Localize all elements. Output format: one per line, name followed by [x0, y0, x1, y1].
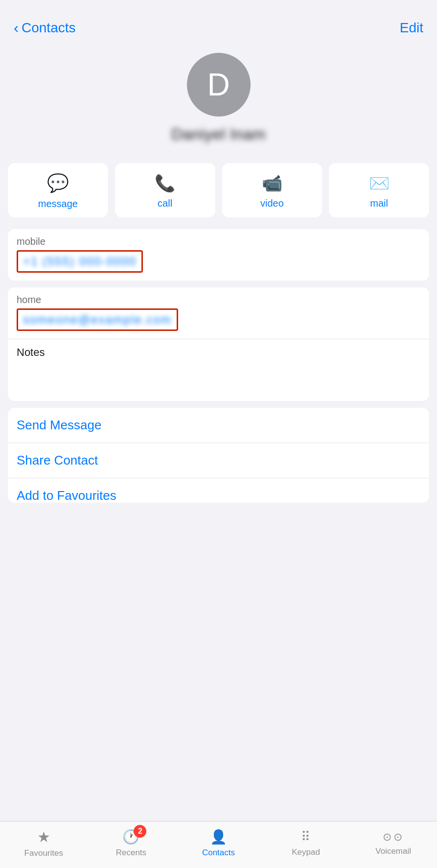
edit-button[interactable]: Edit [400, 20, 423, 36]
home-label: home [17, 294, 420, 305]
tab-keypad[interactable]: ⠿ Keypad [281, 829, 330, 857]
contact-name: Daniyel Inam [171, 125, 266, 143]
favourites-label: Favourites [24, 848, 63, 858]
add-to-favourites-button[interactable]: Add to Favourites [8, 478, 429, 503]
share-contact-button[interactable]: Share Contact [8, 443, 429, 478]
action-buttons-row: 💬 message 📞 call 📹 video ✉️ mail [0, 153, 437, 229]
call-label: call [158, 198, 172, 209]
avatar-section: D Daniyel Inam [0, 41, 437, 153]
message-icon: 💬 [47, 173, 69, 193]
mobile-label: mobile [17, 236, 420, 247]
tab-contacts[interactable]: 👤 Contacts [194, 829, 243, 858]
call-icon: 📞 [155, 173, 175, 193]
mobile-value: +1 (555) 000-0000 [23, 255, 137, 268]
send-message-button[interactable]: Send Message [8, 408, 429, 443]
voicemail-icon: ⊙⊙ [383, 831, 404, 844]
contacts-label: Contacts [202, 848, 235, 858]
mail-label: mail [370, 198, 388, 209]
avatar: D [187, 53, 251, 117]
notes-row: Notes [8, 339, 429, 401]
mail-icon: ✉️ [369, 173, 390, 193]
keypad-label: Keypad [292, 847, 320, 857]
contacts-icon: 👤 [210, 829, 227, 845]
tab-voicemail[interactable]: ⊙⊙ Voicemail [369, 831, 418, 856]
keypad-icon: ⠿ [301, 829, 311, 845]
top-nav: ‹ Contacts Edit [0, 0, 437, 41]
home-value: someone@example.com [23, 313, 172, 326]
action-list: Send Message Share Contact Add to Favour… [8, 408, 429, 503]
voicemail-label: Voicemail [375, 846, 411, 856]
message-button[interactable]: 💬 message [8, 163, 108, 217]
tab-favourites[interactable]: ★ Favourites [19, 828, 68, 858]
message-label: message [38, 198, 78, 210]
mobile-row: mobile +1 (555) 000-0000 [8, 229, 429, 281]
home-row: home someone@example.com [8, 287, 429, 339]
recents-label: Recents [116, 848, 146, 858]
back-label: Contacts [22, 20, 76, 36]
recents-badge: 2 [134, 825, 146, 838]
avatar-initial: D [207, 67, 230, 103]
notes-label: Notes [17, 346, 420, 359]
call-button[interactable]: 📞 call [115, 163, 215, 217]
video-button[interactable]: 📹 video [222, 163, 322, 217]
video-label: video [260, 198, 284, 209]
chevron-left-icon: ‹ [14, 20, 19, 36]
mail-button[interactable]: ✉️ mail [329, 163, 429, 217]
mobile-value-box[interactable]: +1 (555) 000-0000 [17, 250, 143, 273]
back-button[interactable]: ‹ Contacts [14, 20, 76, 36]
home-value-box[interactable]: someone@example.com [17, 308, 178, 331]
recents-wrapper: 🕐 2 [122, 829, 139, 845]
home-section: home someone@example.com Notes [8, 287, 429, 401]
video-icon: 📹 [262, 173, 282, 193]
tab-bar: ★ Favourites 🕐 2 Recents 👤 Contacts ⠿ Ke… [0, 821, 437, 868]
favourites-icon: ★ [37, 828, 50, 845]
tab-recents[interactable]: 🕐 2 Recents [107, 829, 156, 858]
mobile-section: mobile +1 (555) 000-0000 [8, 229, 429, 281]
